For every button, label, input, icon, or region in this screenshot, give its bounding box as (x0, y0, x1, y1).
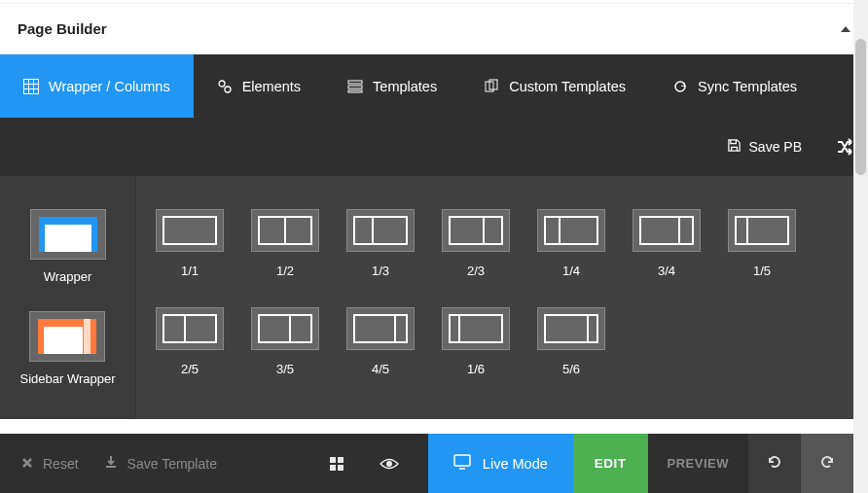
scrollbar-thumb[interactable] (855, 39, 866, 175)
tab-elements[interactable]: Elements (194, 54, 324, 118)
svg-rect-0 (24, 79, 39, 93)
svg-rect-15 (338, 465, 344, 471)
column-label: 5/6 (562, 362, 580, 376)
column-option-2-3[interactable] (442, 209, 510, 252)
content-area: Wrapper Sidebar Wrapper 1/11/21/32/31/43… (0, 176, 868, 419)
column-option-1-5[interactable] (728, 209, 796, 252)
tab-bar: Wrapper / Columns Elements Templates Cus… (0, 54, 868, 118)
column-option-4-5[interactable] (346, 307, 415, 350)
shuffle-icon[interactable] (835, 137, 854, 157)
live-mode-button[interactable]: Live Mode (428, 434, 573, 493)
page-title: Page Builder (18, 20, 107, 37)
wrapper-sidebar: Wrapper Sidebar Wrapper (0, 176, 136, 419)
svg-point-6 (225, 87, 231, 92)
collapse-icon[interactable] (841, 26, 850, 32)
tab-label: Wrapper / Columns (49, 79, 170, 94)
column-option-2-5[interactable] (156, 307, 224, 350)
tab-wrapper-columns[interactable]: Wrapper / Columns (0, 54, 194, 118)
column-option-3-4[interactable] (633, 209, 701, 252)
tab-label: Sync Templates (698, 79, 797, 94)
bottom-toolbar: Reset Save Template Live Mode EDIT PREVI… (0, 434, 853, 493)
column-label: 1/1 (181, 264, 199, 278)
tab-templates[interactable]: Templates (324, 54, 460, 118)
redo-icon (818, 453, 836, 475)
tab-label: Custom Templates (509, 79, 626, 94)
custom-templates-icon (484, 79, 499, 94)
column-label: 1/5 (753, 264, 771, 278)
svg-point-16 (386, 461, 392, 467)
column-option-1-2[interactable] (251, 209, 319, 252)
svg-point-5 (219, 81, 225, 87)
close-icon (21, 456, 33, 472)
svg-rect-17 (454, 455, 470, 466)
wrapper-box[interactable] (30, 209, 106, 260)
reset-button[interactable]: Reset (21, 456, 79, 472)
eye-icon[interactable] (380, 457, 399, 471)
svg-rect-8 (348, 86, 362, 88)
monitor-icon (453, 454, 471, 473)
redo-button[interactable] (801, 434, 853, 493)
save-icon (727, 138, 741, 156)
save-label: Save PB (749, 139, 802, 155)
column-label: 2/5 (181, 362, 199, 376)
panel-header: Page Builder (0, 4, 868, 54)
edit-button[interactable]: EDIT (573, 434, 648, 493)
save-bar: Save PB (0, 118, 868, 176)
preview-button[interactable]: PREVIEW (648, 434, 748, 493)
column-option-1-1[interactable] (156, 209, 224, 252)
tab-sync-templates[interactable]: Sync Templates (649, 54, 820, 118)
column-option-1-6[interactable] (442, 307, 510, 350)
svg-rect-14 (330, 465, 336, 471)
column-option-5-6[interactable] (537, 307, 605, 350)
grid-view-icon[interactable] (329, 456, 344, 472)
svg-rect-13 (338, 457, 344, 463)
column-label: 3/5 (276, 362, 294, 376)
column-label: 1/2 (276, 264, 294, 278)
templates-icon (347, 79, 363, 94)
tab-label: Elements (242, 79, 301, 94)
columns-icon (23, 79, 39, 94)
column-label: 1/6 (467, 362, 485, 376)
svg-rect-12 (330, 457, 336, 463)
sidebar-wrapper-box[interactable] (29, 311, 105, 362)
download-icon (104, 455, 118, 472)
svg-rect-7 (348, 81, 362, 84)
columns-grid: 1/11/21/32/31/43/41/52/53/54/51/65/6 (136, 176, 868, 419)
tab-custom-templates[interactable]: Custom Templates (460, 54, 649, 118)
column-option-1-4[interactable] (537, 209, 605, 252)
column-label: 4/5 (372, 362, 389, 376)
column-option-3-5[interactable] (251, 307, 319, 350)
reset-label: Reset (43, 456, 79, 472)
column-option-1-3[interactable] (346, 209, 415, 252)
elements-icon (217, 79, 233, 94)
sidebar-wrapper-label: Sidebar Wrapper (19, 371, 115, 386)
live-mode-label: Live Mode (483, 456, 548, 472)
column-label: 1/3 (372, 264, 389, 278)
svg-rect-9 (348, 90, 362, 92)
edit-label: EDIT (595, 456, 627, 471)
scrollbar[interactable] (853, 0, 868, 493)
save-pb-button[interactable]: Save PB (727, 138, 802, 156)
undo-icon (766, 453, 783, 475)
save-template-button[interactable]: Save Template (104, 455, 217, 472)
tab-label: Templates (373, 79, 437, 94)
column-label: 1/4 (562, 264, 580, 278)
undo-button[interactable] (748, 434, 801, 493)
save-template-label: Save Template (127, 456, 217, 472)
wrapper-label: Wrapper (44, 269, 92, 284)
sync-icon (672, 79, 688, 94)
column-label: 3/4 (658, 264, 675, 278)
column-label: 2/3 (467, 264, 485, 278)
preview-label: PREVIEW (668, 456, 729, 471)
